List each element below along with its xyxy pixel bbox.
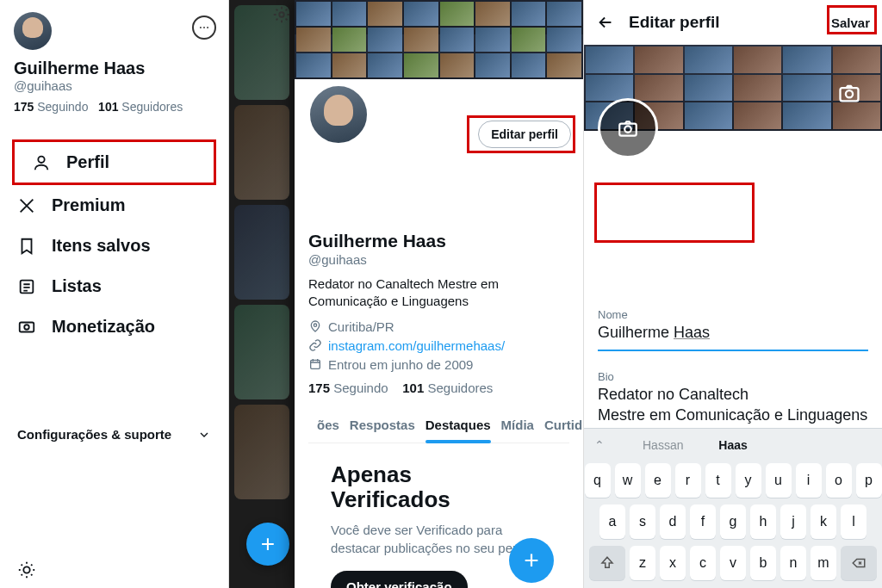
key-q[interactable]: q: [585, 463, 611, 498]
key-i[interactable]: i: [796, 463, 822, 498]
menu-profile-label: Perfil: [66, 152, 109, 172]
key-c[interactable]: c: [690, 546, 716, 580]
drawer-name: Guilherme Haas: [14, 59, 214, 78]
drawer-stats[interactable]: 175 Seguindo 101 Seguidores: [14, 100, 214, 114]
theme-icon[interactable]: [17, 560, 36, 579]
svg-point-6: [24, 325, 29, 330]
menu-monetization[interactable]: Monetização: [0, 306, 228, 347]
key-e[interactable]: e: [645, 463, 671, 498]
highlight-save: [827, 5, 877, 34]
key-z[interactable]: z: [630, 546, 655, 580]
key-w[interactable]: w: [615, 463, 641, 498]
profile-joined-text: Entrou em junho de 2009: [328, 357, 473, 372]
key-r[interactable]: r: [675, 463, 701, 498]
profile-bio: Redator no Canaltech Mestre em Comunicaç…: [308, 275, 569, 311]
svg-point-16: [846, 90, 853, 97]
key-y[interactable]: y: [736, 463, 761, 498]
menu-lists-label: Listas: [52, 276, 102, 296]
menu-premium-label: Premium: [52, 195, 126, 215]
tab-highlights[interactable]: Destaques: [420, 407, 496, 443]
camera-banner-icon[interactable]: [837, 81, 861, 108]
menu-premium[interactable]: Premium: [0, 185, 228, 226]
key-j[interactable]: j: [780, 504, 806, 539]
svg-point-18: [624, 126, 631, 133]
key-d[interactable]: d: [660, 504, 686, 539]
x-icon: [17, 196, 36, 215]
key-o[interactable]: o: [826, 463, 852, 498]
link-icon: [308, 338, 322, 352]
edit-title: Editar perfil: [629, 13, 817, 32]
back-icon[interactable]: [596, 13, 615, 32]
menu-bookmarks-label: Itens salvos: [52, 236, 151, 256]
menu-bookmarks[interactable]: Itens salvos: [0, 226, 228, 266]
menu-lists[interactable]: Listas: [0, 266, 228, 306]
svg-point-0: [200, 27, 202, 28]
key-u[interactable]: u: [766, 463, 792, 498]
avatar[interactable]: [14, 12, 52, 50]
key-t[interactable]: t: [705, 463, 731, 498]
compose-fab[interactable]: +: [246, 523, 289, 566]
gear-icon[interactable]: [272, 5, 291, 28]
verified-title-l1: Apenas: [331, 461, 412, 487]
more-accounts-icon[interactable]: [192, 15, 216, 40]
svg-point-1: [203, 27, 205, 28]
highlight-name: [594, 183, 755, 243]
profile-handle: @guihaas: [308, 252, 569, 267]
profile-card: Editar perfil Guilherme Haas @guihaas Re…: [295, 0, 583, 588]
shift-key[interactable]: [589, 546, 625, 580]
profile-panel: + Editar perfil Guilherme Haas @guihaas …: [228, 0, 584, 588]
key-a[interactable]: a: [599, 504, 625, 539]
drawer-following-count: 175: [14, 100, 34, 114]
location-icon: [308, 319, 322, 333]
tab-likes[interactable]: Curtid: [539, 407, 584, 443]
bookmark-icon: [17, 237, 36, 256]
get-verified-label: Obter verificação: [346, 579, 452, 588]
tab-media[interactable]: Mídia: [496, 407, 539, 443]
suggestion-2[interactable]: Haas: [718, 438, 747, 452]
svg-rect-5: [20, 322, 34, 331]
menu-profile[interactable]: Perfil: [15, 142, 214, 183]
keyboard[interactable]: ⌃ Hassan Haas qwertyuiop asdfghjkl zxcvb…: [584, 428, 882, 588]
profile-tabs: ões Respostas Destaques Mídia Curtid: [308, 407, 569, 443]
profile-stats[interactable]: 175 Seguindo 101 Seguidores: [308, 381, 569, 395]
key-p[interactable]: p: [856, 463, 882, 498]
key-f[interactable]: f: [690, 504, 716, 539]
key-v[interactable]: v: [720, 546, 746, 580]
key-s[interactable]: s: [630, 504, 655, 539]
highlight-edit: [467, 115, 575, 153]
profile-avatar[interactable]: [307, 83, 370, 146]
bio-field[interactable]: Bio Redator no Canaltech Mestre em Comun…: [598, 365, 868, 433]
svg-point-7: [23, 566, 29, 573]
settings-support[interactable]: Configurações & suporte: [0, 427, 228, 442]
svg-point-3: [38, 156, 44, 162]
tab-replies[interactable]: Respostas: [345, 407, 420, 443]
backspace-key[interactable]: [841, 546, 877, 580]
key-l[interactable]: l: [841, 504, 866, 539]
menu-monetization-label: Monetização: [52, 317, 155, 337]
key-n[interactable]: n: [780, 546, 806, 580]
get-verified-button[interactable]: Obter verificação: [331, 571, 468, 588]
key-b[interactable]: b: [750, 546, 776, 580]
key-x[interactable]: x: [660, 546, 686, 580]
profile-website-link[interactable]: instagram.com/guilhermehaas/: [328, 338, 505, 353]
key-m[interactable]: m: [811, 546, 836, 580]
drawer-handle: @guihaas: [14, 78, 214, 93]
compose-fab-2[interactable]: +: [509, 538, 554, 583]
key-g[interactable]: g: [720, 504, 746, 539]
chevron-down-icon: [197, 428, 211, 442]
collapse-keyboard-icon[interactable]: ⌃: [594, 438, 605, 452]
money-icon: [17, 318, 36, 337]
suggestion-1[interactable]: Hassan: [643, 438, 683, 452]
profile-website[interactable]: instagram.com/guilhermehaas/: [308, 338, 569, 353]
verified-title-l2: Verificados: [331, 486, 450, 512]
person-icon: [32, 153, 51, 172]
key-h[interactable]: h: [750, 504, 776, 539]
key-k[interactable]: k: [811, 504, 836, 539]
drawer-followers-count: 101: [98, 100, 118, 114]
edit-avatar[interactable]: [598, 98, 658, 158]
profile-banner[interactable]: [295, 0, 583, 79]
drawer-panel: Guilherme Haas @guihaas 175 Seguindo 101…: [0, 0, 228, 588]
profile-following-label: Seguindo: [333, 381, 388, 395]
name-field[interactable]: Nome Guilherme Haas: [598, 303, 868, 351]
tab-posts[interactable]: ões: [312, 407, 345, 443]
